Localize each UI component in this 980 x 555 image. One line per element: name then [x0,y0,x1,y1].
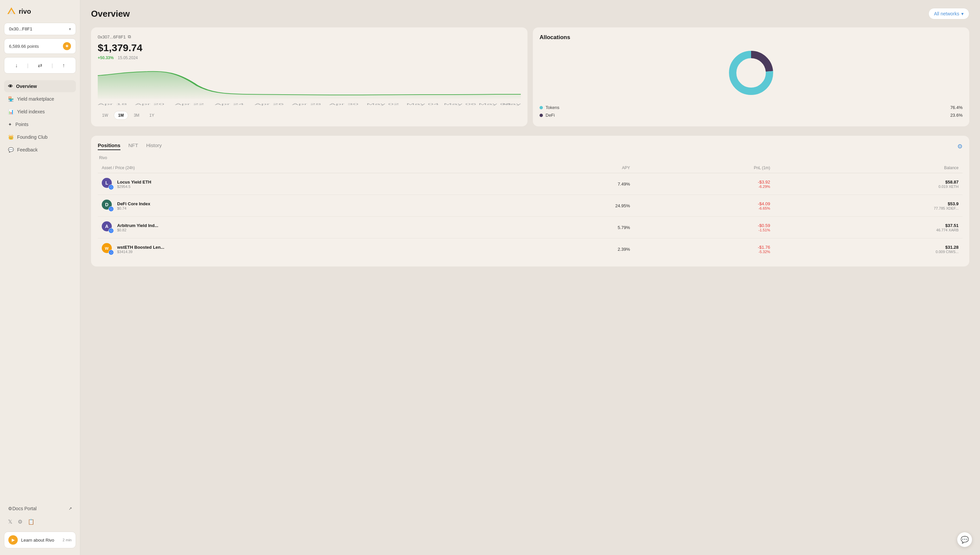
balance-usd: $37.51 [778,223,959,228]
asset-info: DeFi Core Index $0.74 [117,201,150,210]
tab-positions[interactable]: Positions [98,143,121,150]
asset-cell-2: A ⬡ Arbitrum Yield Ind... $0.82 [98,217,503,238]
table-row[interactable]: w ⬡ wstETH Boosted Len... $3414.39 2.39%… [98,238,962,260]
positions-header: Positions NFT History ⚙ [98,143,962,150]
chat-button[interactable]: 💬 [957,532,972,547]
balance-cell-2: $37.51 46.774 XARB [774,217,962,238]
portfolio-value: $1,379.74 [98,42,521,53]
asset-cell-0: L ⬡ Locus Yield ETH $2954.5 [98,173,503,195]
send-button[interactable]: ↑ [60,61,68,70]
points-icon: ✦ [8,122,12,127]
asset-name: Arbitrum Yield Ind... [117,223,158,228]
sidebar-item-yield-indexes[interactable]: 📊 Yield indexes [4,106,76,118]
apy-cell-0: 7.49% [503,173,634,195]
portfolio-meta: +50.33% 15.05.2024 [98,56,521,60]
learn-banner[interactable]: ▶ Learn about Rivo 2 min [4,532,76,548]
allocations-card: Allocations Tokens 76.4% [533,27,969,127]
swap-button[interactable]: ⇄ [35,61,45,70]
social-row: 𝕏 ⚙ 📋 [4,517,76,526]
portfolio-address-row: 0x307...6F8F1 ⧉ [98,34,521,39]
tab-nft[interactable]: NFT [129,143,138,150]
defi-value: 23.6% [950,113,962,118]
points-badge-icon: ✦ [63,42,71,50]
table-row[interactable]: A ⬡ Arbitrum Yield Ind... $0.82 5.79% -$… [98,217,962,238]
balance-cell-0: $58.87 0.019 XETH [774,173,962,195]
pnl-pct: -6.29% [638,184,770,189]
sidebar: rivo 0x30...F8F1 ▾ 6,589.66 points ✦ ↓ |… [0,0,80,555]
feedback-icon: 💬 [8,147,14,152]
copy-icon[interactable]: ⧉ [128,34,131,39]
sidebar-item-feedback[interactable]: 💬 Feedback [4,144,76,156]
wallet-address-display: 0x307...6F8F1 [98,34,126,39]
balance-token: 77.785 XDEF... [778,206,959,210]
sidebar-item-label: Overview [16,83,37,89]
overview-icon: 👁 [8,83,13,89]
asset-price: $0.82 [117,228,158,232]
positions-table: Asset / Price (24h) APY PnL (1m) Balance… [98,163,962,260]
wallet-selector[interactable]: 0x30...F8F1 ▾ [4,23,76,35]
pnl-amount: -$0.59 [638,223,770,228]
founding-club-icon: 👑 [8,135,14,140]
positions-section: Positions NFT History ⚙ Rivo Asset / Pri… [91,136,969,266]
learn-time: 2 min [63,538,72,542]
defi-label: DeFi [546,113,948,118]
balance-token: 46.774 XARB [778,228,959,232]
pnl-cell-0: -$3.92 -6.29% [634,173,774,195]
play-icon: ▶ [8,535,18,545]
svg-point-16 [738,59,764,86]
legend-tokens: Tokens 76.4% [539,105,962,110]
sidebar-item-yield-marketplace[interactable]: 🏪 Yield marketplace [4,93,76,105]
external-link-icon: ↗ [69,506,72,511]
sidebar-bottom: ⚙ Docs Portal ↗ 𝕏 ⚙ 📋 ▶ Learn about Rivo… [4,502,76,548]
col-balance: Balance [774,163,962,173]
svg-text:May 04: May 04 [406,103,439,106]
time-filter-1y[interactable]: 1Y [145,111,159,120]
asset-price: $0.74 [117,206,150,210]
docs-portal-link[interactable]: ⚙ Docs Portal ↗ [4,502,76,515]
group-label: Rivo [98,156,962,160]
asset-icon-badge: ⬡ [108,250,114,255]
svg-text:Apr 22: Apr 22 [175,103,204,106]
change-percent: +50.33% [98,56,114,60]
sidebar-item-label: Founding Club [17,135,48,140]
svg-text:Apr 18: Apr 18 [98,103,127,106]
yield-marketplace-icon: 🏪 [8,96,14,102]
receive-button[interactable]: ↓ [12,61,21,70]
twitter-icon[interactable]: 𝕏 [8,518,12,525]
time-filter-1w[interactable]: 1W [98,111,113,120]
positions-tabs: Positions NFT History [98,143,162,150]
nav-section: 👁 Overview 🏪 Yield marketplace 📊 Yield i… [4,80,76,502]
tokens-dot [539,106,543,109]
time-filters: 1W 1M 3M 1Y [98,111,521,120]
table-row[interactable]: D ⬡ DeFi Core Index $0.74 24.95% -$4.09 … [98,195,962,217]
time-filter-3m[interactable]: 3M [130,111,144,120]
asset-name: Locus Yield ETH [117,180,151,184]
donut-svg [724,46,778,99]
balance-cell-3: $31.28 0.009 CIWS... [774,238,962,260]
svg-text:Apr 24: Apr 24 [214,103,244,106]
main-content: Overview All networks ▾ 0x307...6F8F1 ⧉ … [80,0,980,555]
time-filter-1m[interactable]: 1M [114,111,128,120]
sidebar-item-points[interactable]: ✦ Points [4,118,76,130]
sidebar-item-label: Yield indexes [17,109,45,114]
allocations-title: Allocations [539,34,962,41]
filter-icon[interactable]: ⚙ [957,143,962,150]
network-selector[interactable]: All networks ▾ [929,8,969,19]
divider2: | [51,63,53,68]
points-row: 6,589.66 points ✦ [4,38,76,54]
asset-name: DeFi Core Index [117,201,150,206]
docs-icon[interactable]: 📋 [28,518,34,525]
col-pnl: PnL (1m) [634,163,774,173]
table-row[interactable]: L ⬡ Locus Yield ETH $2954.5 7.49% -$3.92… [98,173,962,195]
page-title: Overview [91,9,130,19]
sidebar-item-overview[interactable]: 👁 Overview [4,80,76,92]
pnl-cell-3: -$1.76 -5.32% [634,238,774,260]
tab-history[interactable]: History [146,143,162,150]
action-row: ↓ | ⇄ | ↑ [4,57,76,74]
asset-price: $2954.5 [117,184,151,189]
docs-portal-icon: ⚙ [8,506,12,511]
balance-token: 0.009 CIWS... [778,250,959,254]
sidebar-item-founding-club[interactable]: 👑 Founding Club [4,131,76,143]
logo: rivo [4,7,76,16]
discord-icon[interactable]: ⚙ [18,518,23,525]
